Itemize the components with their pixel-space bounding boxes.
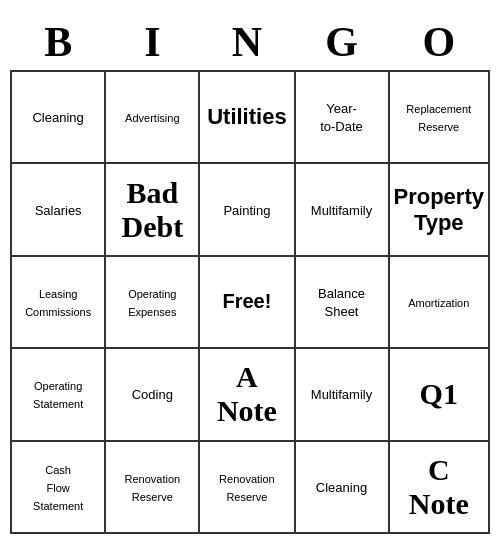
cell-r1-c3: Multifamily [295,163,389,255]
cell-r4-c2: RenovationReserve [199,441,294,533]
cell-r3-c4: Q1 [389,348,490,440]
cell-r2-c3: BalanceSheet [295,256,389,348]
cell-r0-c0: Cleaning [11,71,105,163]
cell-r2-c2: Free! [199,256,294,348]
cell-r4-c4: CNote [389,441,490,533]
cell-r2-c4: Amortization [389,256,490,348]
cell-r4-c0: CashFlowStatement [11,441,105,533]
cell-r3-c3: Multifamily [295,348,389,440]
bingo-letter: B [11,14,105,71]
cell-r3-c0: OperatingStatement [11,348,105,440]
cell-r1-c0: Salaries [11,163,105,255]
bingo-table: BINGO CleaningAdvertisingUtilitiesYear-t… [10,14,490,534]
cell-r0-c3: Year-to-Date [295,71,389,163]
cell-r2-c1: OperatingExpenses [105,256,199,348]
cell-r0-c4: ReplacementReserve [389,71,490,163]
cell-r0-c1: Advertising [105,71,199,163]
bingo-letter: N [199,14,294,71]
cell-r0-c2: Utilities [199,71,294,163]
cell-r3-c2: ANote [199,348,294,440]
cell-r1-c4: PropertyType [389,163,490,255]
cell-r1-c2: Painting [199,163,294,255]
bingo-letter: G [295,14,389,71]
bingo-letter: O [389,14,490,71]
cell-r4-c3: Cleaning [295,441,389,533]
bingo-letter: I [105,14,199,71]
cell-r3-c1: Coding [105,348,199,440]
cell-r2-c0: LeasingCommissions [11,256,105,348]
cell-r1-c1: BadDebt [105,163,199,255]
cell-r4-c1: RenovationReserve [105,441,199,533]
